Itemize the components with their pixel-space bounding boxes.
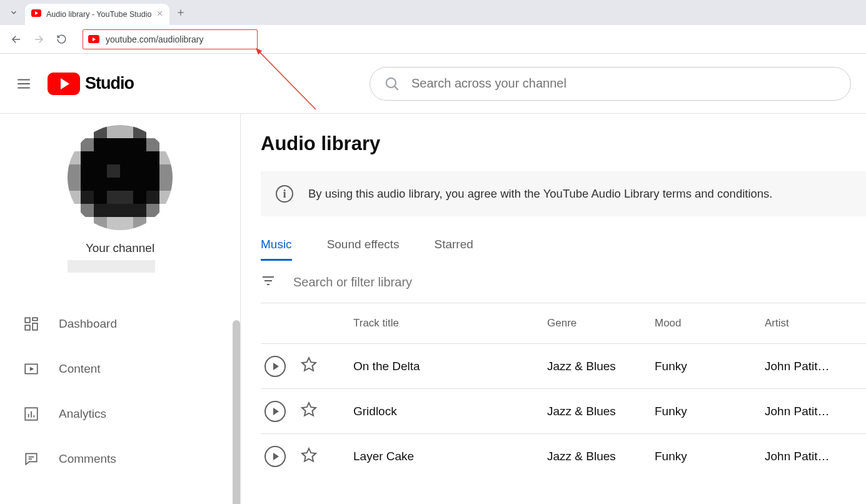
svg-rect-23 [81, 164, 107, 178]
content-icon [23, 360, 40, 378]
svg-line-11 [395, 86, 398, 90]
track-genre: Jazz & Blues [547, 405, 655, 418]
col-mood[interactable]: Mood [655, 317, 765, 330]
svg-rect-38 [94, 204, 146, 217]
col-track-title[interactable]: Track title [353, 317, 547, 330]
col-artist[interactable]: Artist [765, 317, 866, 330]
track-title: Gridlock [353, 405, 547, 418]
svg-rect-35 [146, 191, 159, 204]
site-favicon [88, 35, 99, 43]
table-row[interactable]: Layer CakeJazz & BluesFunkyJohn Patitu… [261, 434, 866, 479]
library-tabs: Music Sound effects Starred [261, 238, 866, 261]
svg-rect-18 [146, 138, 159, 151]
table-row[interactable]: On the DeltaJazz & BluesFunkyJohn Patitu… [261, 344, 866, 389]
col-genre[interactable]: Genre [547, 317, 655, 330]
svg-rect-39 [146, 204, 159, 217]
youtube-logo-icon [48, 73, 80, 95]
svg-rect-24 [107, 164, 120, 178]
star-button[interactable] [301, 447, 317, 466]
sidebar-item-comments[interactable]: Comments [0, 436, 240, 481]
svg-point-10 [386, 78, 396, 87]
track-title: Layer Cake [353, 450, 547, 463]
menu-button[interactable] [15, 75, 33, 93]
tab-music[interactable]: Music [261, 238, 292, 261]
channel-avatar[interactable] [68, 125, 173, 230]
sidebar-item-content[interactable]: Content [0, 346, 240, 391]
table-row[interactable]: GridlockJazz & BluesFunkyJohn Patitu… [261, 389, 866, 434]
dashboard-icon [23, 315, 40, 333]
track-artist: John Patitu… [765, 450, 866, 463]
channel-label: Your channel [68, 241, 173, 255]
table-header: Track title Genre Mood Artist [261, 303, 866, 344]
page-title: Audio library [261, 133, 866, 155]
play-button[interactable] [264, 356, 286, 377]
analytics-icon [23, 405, 40, 423]
forward-button[interactable] [30, 31, 48, 48]
tab-title: Audio library - YouTube Studio [46, 10, 151, 19]
svg-marker-48 [30, 367, 34, 371]
svg-rect-43 [25, 318, 30, 323]
tab-search-button[interactable] [5, 4, 23, 21]
sidebar: Your channel Dashboard Content [0, 114, 241, 504]
svg-rect-14 [107, 125, 133, 138]
browser-tab[interactable]: Audio library - YouTube Studio [25, 4, 169, 25]
track-mood: Funky [655, 405, 765, 418]
track-list: On the DeltaJazz & BluesFunkyJohn Patitu… [261, 344, 866, 479]
svg-rect-31 [81, 191, 94, 204]
track-mood: Funky [655, 360, 765, 373]
svg-rect-40 [94, 217, 107, 230]
svg-rect-36 [159, 191, 173, 204]
svg-marker-58 [302, 358, 316, 371]
sidebar-item-dashboard[interactable]: Dashboard [0, 301, 240, 346]
url-text: youtube.com/audiolibrary [106, 34, 203, 44]
sidebar-scrollbar[interactable] [233, 320, 240, 504]
app-header: Studio [0, 54, 866, 114]
svg-marker-60 [302, 448, 316, 461]
star-button[interactable] [301, 356, 317, 376]
new-tab-button[interactable] [172, 4, 189, 21]
info-icon: i [276, 185, 293, 203]
sidebar-item-label: Dashboard [59, 317, 117, 331]
track-mood: Funky [655, 450, 765, 463]
library-filter-input[interactable] [293, 275, 866, 290]
sidebar-item-analytics[interactable]: Analytics [0, 391, 240, 436]
browser-chrome: Audio library - YouTube Studio youtube.c… [0, 0, 866, 54]
svg-rect-25 [120, 164, 159, 178]
address-bar[interactable]: youtube.com/audiolibrary [83, 29, 258, 49]
svg-rect-22 [68, 164, 81, 178]
star-button[interactable] [301, 401, 317, 421]
main-content: Audio library i By using this audio libr… [241, 114, 866, 504]
close-tab-button[interactable] [156, 10, 163, 19]
svg-rect-42 [133, 217, 146, 230]
play-button[interactable] [264, 446, 286, 467]
track-title: On the Delta [353, 360, 547, 373]
svg-rect-26 [159, 164, 173, 178]
svg-rect-27 [68, 178, 81, 191]
svg-rect-28 [81, 178, 159, 191]
svg-rect-33 [107, 191, 133, 204]
sidebar-item-label: Content [59, 362, 101, 376]
tab-starred[interactable]: Starred [434, 238, 473, 261]
svg-rect-17 [94, 138, 146, 151]
svg-rect-16 [81, 138, 94, 151]
track-artist: John Patitu… [765, 360, 866, 373]
youtube-favicon [31, 9, 41, 19]
tab-sound-effects[interactable]: Sound effects [327, 238, 400, 261]
svg-rect-21 [159, 151, 173, 164]
play-button[interactable] [264, 401, 286, 422]
channel-search[interactable] [370, 67, 851, 101]
channel-search-input[interactable] [411, 76, 837, 91]
reload-button[interactable] [53, 31, 70, 48]
back-button[interactable] [8, 31, 25, 48]
sidebar-item-label: Comments [59, 452, 116, 466]
svg-marker-59 [302, 403, 316, 416]
terms-notice: i By using this audio library, you agree… [261, 171, 866, 216]
search-icon [384, 76, 400, 92]
svg-rect-34 [133, 191, 146, 204]
svg-rect-45 [33, 323, 38, 330]
notice-text: By using this audio library, you agree w… [308, 187, 773, 201]
studio-logo[interactable]: Studio [48, 73, 134, 95]
svg-rect-37 [81, 204, 94, 217]
library-filter[interactable] [261, 273, 866, 303]
track-artist: John Patitu… [765, 405, 866, 418]
